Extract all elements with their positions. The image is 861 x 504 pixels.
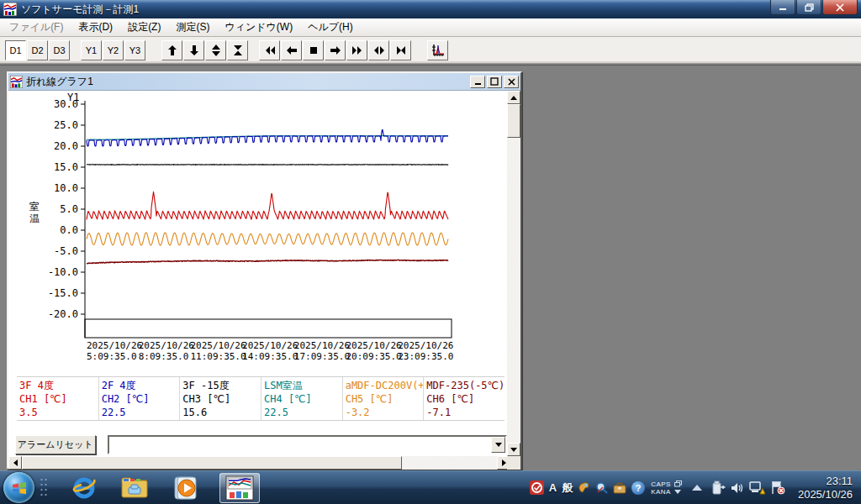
menu-file[interactable]: ファイル(F) — [2, 18, 71, 37]
toolbar-d1-button[interactable]: D1 — [5, 40, 26, 60]
system-tray: A 般 ? CAPS KANA — [527, 475, 861, 501]
svg-text:2025/10/26: 2025/10/26 — [346, 340, 402, 351]
ch2-value: 22.5 — [102, 406, 180, 419]
ime-mode-alpha[interactable]: A — [549, 481, 557, 494]
menu-settings[interactable]: 設定(Z) — [120, 18, 168, 37]
toolbar-y2-button[interactable]: Y2 — [103, 40, 124, 60]
toolbar-d3-button[interactable]: D3 — [49, 40, 70, 60]
rewind-button[interactable] — [259, 40, 280, 60]
volume-icon[interactable] — [731, 481, 744, 495]
main-window: ソフトサーモ計測－計測1 ファイル(F) 表示(D) 設定(Z) 測定(S) ウ… — [0, 0, 861, 470]
ime-dictionary-icon[interactable] — [613, 482, 626, 494]
alarm-combobox[interactable] — [108, 435, 508, 454]
taskbar-clock[interactable]: 23:11 2025/10/26 — [798, 475, 853, 501]
scrollbar-down-button[interactable] — [507, 443, 520, 456]
graph-window: 折れ線グラフ1 Y1室温30.025.020.015.010.05.00.0-5… — [7, 71, 522, 470]
stop-button[interactable] — [303, 40, 324, 60]
ch4-name: LSM室温 — [264, 379, 342, 392]
graph-window-titlebar[interactable]: 折れ線グラフ1 — [8, 73, 520, 91]
menubar: ファイル(F) 表示(D) 設定(Z) 測定(S) ウィンドウ(W) ヘルプ(H… — [0, 18, 861, 37]
horizontal-scrollbar[interactable] — [8, 456, 510, 470]
svg-text:2025/10/26: 2025/10/26 — [87, 340, 142, 351]
remove-hardware-icon[interactable] — [711, 480, 726, 496]
ime-mode-general[interactable]: 般 — [562, 480, 573, 496]
restore-button[interactable] — [796, 0, 821, 15]
close-button[interactable] — [822, 0, 858, 15]
svg-text:2025/10/26: 2025/10/26 — [139, 340, 194, 351]
help-icon[interactable]: ? — [631, 481, 645, 495]
step-left-button[interactable] — [281, 40, 302, 60]
ch1-value: 3.5 — [19, 406, 98, 419]
ime-pad-icon[interactable] — [595, 481, 608, 494]
svg-text:-5.0: -5.0 — [54, 245, 78, 257]
ch1-label: CH1 [℃] — [19, 392, 98, 406]
toolbar-y1-button[interactable]: Y1 — [81, 40, 102, 60]
ime-tools-icon[interactable] — [578, 481, 590, 494]
clock-time: 23:11 — [798, 475, 853, 488]
fast-forward-button[interactable] — [346, 40, 367, 60]
line-chart: Y1室温30.025.020.015.010.05.00.0-5.0-10.0-… — [8, 91, 507, 371]
help-glyph: ? — [636, 483, 642, 493]
svg-text:17:09:35.0: 17:09:35.0 — [294, 351, 350, 362]
alarm-reset-button[interactable]: アラームリセット — [15, 435, 96, 454]
expand-horizontal-button[interactable] — [368, 40, 389, 60]
menu-measure[interactable]: 測定(S) — [168, 18, 217, 37]
start-button[interactable] — [3, 472, 34, 503]
scrollbar-left-button[interactable] — [8, 456, 22, 470]
step-right-button[interactable] — [325, 40, 346, 60]
network-warning-icon[interactable] — [749, 480, 765, 495]
expand-horizontal-icon — [373, 45, 385, 56]
expand-vertical-button[interactable] — [205, 40, 226, 60]
toolbar-d2-button[interactable]: D2 — [27, 40, 48, 60]
horizontal-scrollbar-thumb[interactable] — [22, 456, 402, 470]
compress-horizontal-button[interactable] — [390, 40, 411, 60]
scroll-down-button[interactable] — [183, 40, 204, 60]
svg-text:20:09:35.0: 20:09:35.0 — [346, 351, 402, 362]
taskbar-explorer-icon[interactable] — [120, 474, 149, 502]
menu-help[interactable]: ヘルプ(H) — [300, 18, 361, 37]
svg-text:23:09:35.0: 23:09:35.0 — [398, 351, 453, 362]
taskbar-media-player-icon[interactable] — [171, 474, 199, 502]
compress-vertical-button[interactable] — [227, 40, 248, 60]
rewind-icon — [264, 45, 276, 56]
ch3-value: 15.6 — [182, 406, 261, 419]
taskbar-grip[interactable] — [40, 477, 48, 499]
graph-settings-button[interactable] — [427, 40, 448, 60]
scrollbar-up-button[interactable] — [507, 91, 520, 104]
svg-text:-15.0: -15.0 — [48, 287, 78, 299]
menu-view[interactable]: 表示(D) — [71, 18, 120, 37]
kana-indicator[interactable]: KANA — [651, 488, 671, 496]
caps-indicator[interactable]: CAPS — [651, 480, 671, 488]
graph-window-title: 折れ線グラフ1 — [26, 75, 468, 89]
taskbar-active-app-button[interactable] — [219, 473, 260, 503]
action-center-flag-icon[interactable] — [770, 480, 785, 495]
vertical-scrollbar-thumb[interactable] — [507, 104, 520, 138]
graph-close-button[interactable] — [504, 76, 519, 88]
ime-caps-kana-panel[interactable]: CAPS KANA — [651, 480, 682, 496]
svg-text:15.0: 15.0 — [54, 161, 78, 173]
measurement-app-icon — [225, 475, 254, 501]
app-chart-icon — [3, 3, 17, 16]
graph-settings-icon — [431, 44, 445, 57]
graph-maximize-button[interactable] — [487, 76, 502, 88]
svg-text:5.0: 5.0 — [60, 203, 78, 215]
menu-window[interactable]: ウィンドウ(W) — [217, 18, 300, 37]
svg-text:8:09:35.0: 8:09:35.0 — [139, 351, 189, 362]
vertical-scrollbar[interactable] — [507, 91, 520, 456]
svg-text:温: 温 — [29, 213, 40, 224]
svg-text:25.0: 25.0 — [54, 119, 78, 131]
security-tray-icon[interactable] — [530, 480, 544, 495]
toolbar-y3-button[interactable]: Y3 — [124, 40, 145, 60]
svg-text:14:09:35.0: 14:09:35.0 — [242, 351, 298, 362]
step-right-icon — [330, 45, 341, 56]
graph-minimize-button[interactable] — [470, 76, 485, 88]
clock-date: 2025/10/26 — [798, 488, 853, 501]
combobox-dropdown-button[interactable] — [491, 437, 505, 453]
svg-text:11:09:35.0: 11:09:35.0 — [190, 351, 246, 362]
scroll-up-button[interactable] — [161, 40, 182, 60]
show-hidden-icons-button[interactable] — [692, 485, 702, 491]
taskbar-ie-icon[interactable] — [70, 474, 98, 502]
legend-ch4: LSM室温 CH4 [℃] 22.5 — [261, 377, 342, 420]
main-titlebar[interactable]: ソフトサーモ計測－計測1 — [0, 0, 861, 18]
minimize-button[interactable] — [770, 0, 795, 15]
